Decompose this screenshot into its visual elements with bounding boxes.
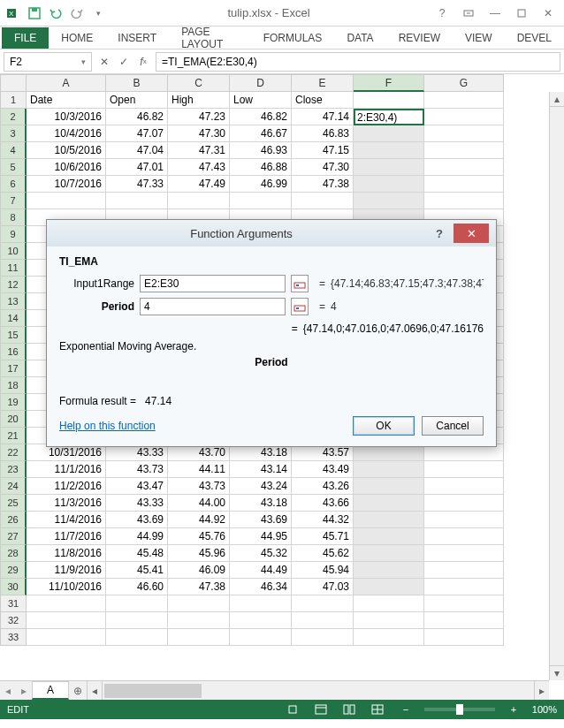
zoom-in-icon[interactable]: +	[504, 701, 523, 717]
row-header[interactable]: 31	[0, 595, 27, 612]
cell[interactable]	[168, 612, 230, 629]
cell[interactable]: 46.99	[230, 176, 292, 193]
select-all-corner[interactable]	[0, 74, 27, 92]
cell[interactable]: 43.26	[292, 478, 354, 495]
dialog-titlebar[interactable]: Function Arguments ? ✕	[47, 220, 496, 246]
ribbon-tab-page-layout[interactable]: PAGE LAYOUT	[169, 22, 251, 54]
cell[interactable]	[106, 612, 168, 629]
cell[interactable]	[168, 595, 230, 612]
row-header[interactable]: 28	[0, 545, 27, 562]
cell[interactable]: 44.00	[168, 495, 230, 512]
minimize-icon[interactable]: —	[483, 4, 507, 22]
qat-dropdown-icon[interactable]: ▾	[88, 4, 108, 23]
cell[interactable]	[424, 159, 504, 176]
cell[interactable]: Open	[106, 92, 168, 109]
cell[interactable]: 47.30	[292, 159, 354, 176]
cell[interactable]: 46.60	[106, 579, 168, 595]
cell[interactable]: 47.31	[168, 142, 230, 159]
cell[interactable]: 47.01	[106, 159, 168, 176]
cell[interactable]: 43.24	[230, 478, 292, 495]
insert-function-icon[interactable]: fx	[134, 53, 152, 71]
col-header-d[interactable]: D	[230, 74, 292, 92]
cell[interactable]	[424, 142, 504, 159]
cell[interactable]: 43.47	[106, 478, 168, 495]
cell[interactable]	[106, 193, 168, 209]
input1range-field[interactable]	[140, 275, 286, 292]
cell[interactable]: 44.32	[292, 512, 354, 528]
cell[interactable]	[354, 193, 424, 209]
vertical-scrollbar[interactable]: ▴ ▾	[549, 92, 564, 680]
cell[interactable]: 46.88	[230, 159, 292, 176]
row-header[interactable]: 21	[0, 428, 27, 444]
row-header[interactable]: 16	[0, 344, 27, 360]
cell[interactable]	[168, 193, 230, 209]
cell[interactable]	[424, 545, 504, 562]
cell[interactable]: 44.49	[230, 562, 292, 579]
cell[interactable]: 47.03	[292, 579, 354, 595]
collapse-dialog-icon[interactable]	[291, 275, 309, 292]
close-icon[interactable]: ✕	[536, 4, 560, 22]
cell[interactable]	[424, 528, 504, 545]
page-break-view-icon[interactable]	[368, 701, 387, 717]
enter-formula-icon[interactable]: ✓	[115, 53, 133, 71]
zoom-slider[interactable]	[424, 708, 495, 711]
cell[interactable]: 47.49	[168, 176, 230, 193]
cell[interactable]	[354, 579, 424, 595]
row-header[interactable]: 10	[0, 243, 27, 260]
row-header[interactable]: 33	[0, 629, 27, 646]
cell[interactable]: High	[168, 92, 230, 109]
ribbon-tab-formulas[interactable]: FORMULAS	[251, 28, 335, 48]
cell[interactable]: 45.76	[168, 528, 230, 545]
cell[interactable]: 46.34	[230, 579, 292, 595]
cell[interactable]: 10/6/2016	[27, 159, 106, 176]
row-header[interactable]: 19	[0, 394, 27, 411]
name-box-dropdown-icon[interactable]: ▾	[81, 57, 86, 66]
cell[interactable]: 43.18	[230, 495, 292, 512]
cell[interactable]: 11/10/2016	[27, 579, 106, 595]
zoom-out-icon[interactable]: −	[396, 701, 415, 717]
row-header[interactable]: 13	[0, 293, 27, 310]
cell[interactable]: 47.38	[292, 176, 354, 193]
row-header[interactable]: 8	[0, 209, 27, 226]
cell[interactable]: 47.38	[168, 579, 230, 595]
cell[interactable]	[354, 159, 424, 176]
cell[interactable]	[27, 595, 106, 612]
sheet-tab-a[interactable]: A	[32, 681, 69, 700]
col-header-b[interactable]: B	[106, 74, 168, 92]
cell[interactable]: 47.33	[106, 176, 168, 193]
scroll-left-icon[interactable]: ◂	[88, 681, 103, 701]
record-macro-icon[interactable]	[283, 701, 302, 717]
cell[interactable]	[230, 612, 292, 629]
cell[interactable]	[424, 193, 504, 209]
row-header[interactable]: 12	[0, 277, 27, 293]
scroll-right-icon[interactable]: ▸	[534, 681, 549, 701]
cell[interactable]: 10/4/2016	[27, 125, 106, 142]
dialog-help-icon[interactable]: ?	[429, 224, 450, 243]
zoom-level[interactable]: 100%	[532, 704, 557, 715]
ribbon-tab-data[interactable]: DATA	[334, 28, 385, 48]
cell[interactable]: 11/7/2016	[27, 528, 106, 545]
cell[interactable]: 11/2/2016	[27, 478, 106, 495]
cell[interactable]	[424, 125, 504, 142]
cancel-formula-icon[interactable]: ✕	[95, 53, 113, 71]
cell[interactable]	[354, 478, 424, 495]
row-header[interactable]: 5	[0, 159, 27, 176]
row-header[interactable]: 20	[0, 411, 27, 428]
ribbon-tab-view[interactable]: VIEW	[453, 28, 505, 48]
row-header[interactable]: 1	[0, 92, 27, 109]
cell[interactable]	[230, 595, 292, 612]
col-header-e[interactable]: E	[292, 74, 354, 92]
normal-view-icon[interactable]	[311, 701, 331, 717]
cell[interactable]	[424, 629, 504, 646]
page-layout-view-icon[interactable]	[339, 701, 359, 717]
cell[interactable]: 44.11	[168, 461, 230, 478]
cell[interactable]	[106, 629, 168, 646]
sheet-nav-next-icon[interactable]: ▸	[16, 681, 32, 701]
sheet-nav-prev-icon[interactable]: ◂	[0, 681, 16, 701]
ribbon-tab-insert[interactable]: INSERT	[105, 28, 169, 48]
col-header-a[interactable]: A	[27, 74, 106, 92]
cell[interactable]	[354, 92, 424, 109]
cell[interactable]: 47.23	[168, 109, 230, 125]
cell[interactable]: 46.82	[230, 109, 292, 125]
help-icon[interactable]: ?	[430, 4, 454, 22]
